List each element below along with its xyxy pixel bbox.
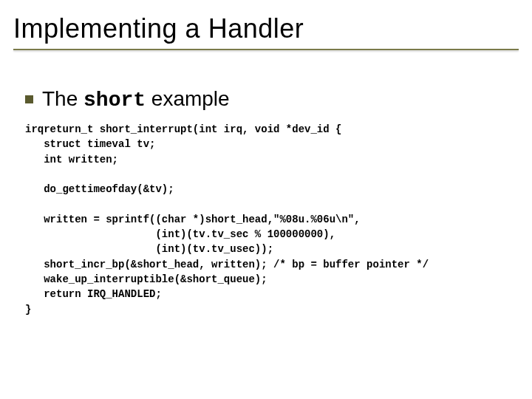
title-block: Implementing a Handler bbox=[13, 13, 519, 50]
bullet-mono: short bbox=[83, 89, 146, 112]
slide-title: Implementing a Handler bbox=[13, 13, 519, 44]
slide: Implementing a Handler The short example… bbox=[0, 0, 532, 399]
bullet-text: The short example bbox=[42, 87, 230, 112]
bullet-item: The short example bbox=[25, 87, 507, 112]
bullet-suffix: example bbox=[146, 87, 230, 110]
code-block: irqreturn_t short_interrupt(int irq, voi… bbox=[25, 122, 507, 317]
title-underline bbox=[13, 49, 519, 50]
square-bullet-icon bbox=[25, 95, 33, 103]
slide-body: The short example irqreturn_t short_inte… bbox=[25, 87, 507, 317]
bullet-prefix: The bbox=[42, 87, 83, 110]
